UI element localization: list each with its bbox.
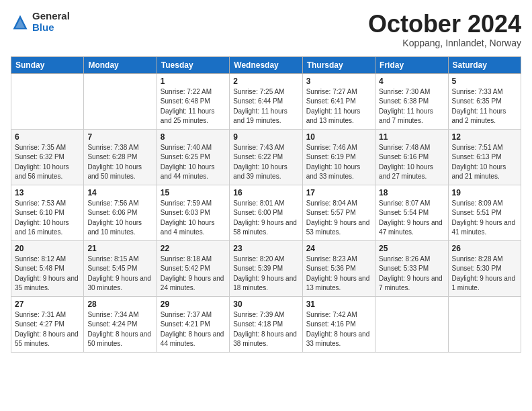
day-info: Sunrise: 7:42 AM Sunset: 4:16 PM Dayligh… xyxy=(306,310,371,349)
logo-blue-text: Blue xyxy=(32,22,70,34)
day-info: Sunrise: 7:53 AM Sunset: 6:10 PM Dayligh… xyxy=(15,199,80,238)
calendar-cell: 3Sunrise: 7:27 AM Sunset: 6:41 PM Daylig… xyxy=(302,73,375,129)
calendar-cell: 10Sunrise: 7:46 AM Sunset: 6:19 PM Dayli… xyxy=(302,129,375,185)
calendar-header: SundayMondayTuesdayWednesdayThursdayFrid… xyxy=(11,56,521,73)
day-number: 27 xyxy=(15,300,80,309)
calendar-cell: 11Sunrise: 7:48 AM Sunset: 6:16 PM Dayli… xyxy=(375,129,448,185)
calendar-cell: 15Sunrise: 7:59 AM Sunset: 6:03 PM Dayli… xyxy=(157,185,229,240)
calendar-cell: 31Sunrise: 7:42 AM Sunset: 4:16 PM Dayli… xyxy=(302,296,375,352)
calendar-cell: 18Sunrise: 8:07 AM Sunset: 5:54 PM Dayli… xyxy=(375,185,448,240)
weekday-row: SundayMondayTuesdayWednesdayThursdayFrid… xyxy=(11,56,521,73)
calendar-cell: 4Sunrise: 7:30 AM Sunset: 6:38 PM Daylig… xyxy=(375,73,448,129)
calendar-cell: 17Sunrise: 8:04 AM Sunset: 5:57 PM Dayli… xyxy=(302,185,375,240)
logo: General Blue xyxy=(11,11,70,33)
day-info: Sunrise: 7:27 AM Sunset: 6:41 PM Dayligh… xyxy=(306,87,371,126)
weekday-header-wednesday: Wednesday xyxy=(230,56,302,73)
day-number: 4 xyxy=(379,77,444,86)
day-number: 23 xyxy=(233,244,298,253)
day-number: 1 xyxy=(161,77,226,86)
day-number: 12 xyxy=(452,132,517,142)
day-info: Sunrise: 7:59 AM Sunset: 6:03 PM Dayligh… xyxy=(161,199,226,238)
day-info: Sunrise: 8:12 AM Sunset: 5:48 PM Dayligh… xyxy=(15,255,80,293)
day-info: Sunrise: 8:28 AM Sunset: 5:30 PM Dayligh… xyxy=(452,255,517,293)
calendar-cell: 5Sunrise: 7:33 AM Sunset: 6:35 PM Daylig… xyxy=(448,73,521,129)
day-info: Sunrise: 8:20 AM Sunset: 5:39 PM Dayligh… xyxy=(233,255,298,293)
day-number: 15 xyxy=(161,188,226,197)
day-info: Sunrise: 7:48 AM Sunset: 6:16 PM Dayligh… xyxy=(379,143,444,182)
day-info: Sunrise: 8:04 AM Sunset: 5:57 PM Dayligh… xyxy=(306,199,371,238)
calendar-week-4: 20Sunrise: 8:12 AM Sunset: 5:48 PM Dayli… xyxy=(11,240,521,296)
calendar-cell xyxy=(84,73,157,129)
day-number: 19 xyxy=(452,188,517,197)
calendar-cell: 21Sunrise: 8:15 AM Sunset: 5:45 PM Dayli… xyxy=(84,240,157,296)
day-number: 17 xyxy=(306,188,371,197)
month-title: October 2024 xyxy=(368,11,521,38)
day-info: Sunrise: 7:39 AM Sunset: 4:18 PM Dayligh… xyxy=(233,310,298,349)
location-text: Koppang, Innlandet, Norway xyxy=(368,38,521,48)
day-number: 24 xyxy=(306,244,371,253)
day-number: 25 xyxy=(379,244,444,253)
calendar-week-1: 1Sunrise: 7:22 AM Sunset: 6:48 PM Daylig… xyxy=(11,73,521,129)
calendar-cell: 23Sunrise: 8:20 AM Sunset: 5:39 PM Dayli… xyxy=(230,240,302,296)
day-number: 31 xyxy=(306,300,371,309)
day-number: 10 xyxy=(306,132,371,142)
day-number: 2 xyxy=(233,77,298,86)
calendar-cell: 8Sunrise: 7:40 AM Sunset: 6:25 PM Daylig… xyxy=(157,129,229,185)
calendar-cell: 13Sunrise: 7:53 AM Sunset: 6:10 PM Dayli… xyxy=(11,185,84,240)
calendar-cell: 27Sunrise: 7:31 AM Sunset: 4:27 PM Dayli… xyxy=(11,296,84,352)
day-number: 26 xyxy=(452,244,517,253)
calendar-table: SundayMondayTuesdayWednesdayThursdayFrid… xyxy=(11,56,521,353)
day-info: Sunrise: 8:07 AM Sunset: 5:54 PM Dayligh… xyxy=(379,199,444,238)
calendar-cell: 9Sunrise: 7:43 AM Sunset: 6:22 PM Daylig… xyxy=(230,129,302,185)
calendar-cell: 22Sunrise: 8:18 AM Sunset: 5:42 PM Dayli… xyxy=(157,240,229,296)
day-info: Sunrise: 7:33 AM Sunset: 6:35 PM Dayligh… xyxy=(452,87,517,126)
day-info: Sunrise: 8:18 AM Sunset: 5:42 PM Dayligh… xyxy=(161,255,226,293)
day-info: Sunrise: 7:56 AM Sunset: 6:06 PM Dayligh… xyxy=(87,199,152,238)
page-header: General Blue October 2024 Koppang, Innla… xyxy=(11,11,521,48)
calendar-cell xyxy=(448,296,521,352)
day-number: 18 xyxy=(379,188,444,197)
day-number: 13 xyxy=(15,188,80,197)
day-number: 16 xyxy=(233,188,298,197)
calendar-body: 1Sunrise: 7:22 AM Sunset: 6:48 PM Daylig… xyxy=(11,73,521,352)
title-block: October 2024 Koppang, Innlandet, Norway xyxy=(368,11,521,48)
calendar-cell: 14Sunrise: 7:56 AM Sunset: 6:06 PM Dayli… xyxy=(84,185,157,240)
day-info: Sunrise: 8:15 AM Sunset: 5:45 PM Dayligh… xyxy=(87,255,152,293)
day-number: 22 xyxy=(161,244,226,253)
day-info: Sunrise: 7:43 AM Sunset: 6:22 PM Dayligh… xyxy=(233,143,298,182)
day-info: Sunrise: 7:46 AM Sunset: 6:19 PM Dayligh… xyxy=(306,143,371,182)
weekday-header-monday: Monday xyxy=(84,56,157,73)
day-number: 8 xyxy=(161,132,226,142)
calendar-week-3: 13Sunrise: 7:53 AM Sunset: 6:10 PM Dayli… xyxy=(11,185,521,240)
day-info: Sunrise: 8:09 AM Sunset: 5:51 PM Dayligh… xyxy=(452,199,517,238)
day-number: 3 xyxy=(306,77,371,86)
day-info: Sunrise: 7:51 AM Sunset: 6:13 PM Dayligh… xyxy=(452,143,517,182)
day-number: 11 xyxy=(379,132,444,142)
day-info: Sunrise: 8:23 AM Sunset: 5:36 PM Dayligh… xyxy=(306,255,371,293)
day-number: 6 xyxy=(15,132,80,142)
day-info: Sunrise: 7:22 AM Sunset: 6:48 PM Dayligh… xyxy=(161,87,226,126)
weekday-header-tuesday: Tuesday xyxy=(157,56,229,73)
day-number: 20 xyxy=(15,244,80,253)
day-info: Sunrise: 7:38 AM Sunset: 6:28 PM Dayligh… xyxy=(87,143,152,182)
day-number: 21 xyxy=(87,244,152,253)
calendar-cell: 24Sunrise: 8:23 AM Sunset: 5:36 PM Dayli… xyxy=(302,240,375,296)
calendar-cell: 20Sunrise: 8:12 AM Sunset: 5:48 PM Dayli… xyxy=(11,240,84,296)
day-info: Sunrise: 7:25 AM Sunset: 6:44 PM Dayligh… xyxy=(233,87,298,126)
calendar-cell: 26Sunrise: 8:28 AM Sunset: 5:30 PM Dayli… xyxy=(448,240,521,296)
calendar-cell: 28Sunrise: 7:34 AM Sunset: 4:24 PM Dayli… xyxy=(84,296,157,352)
day-info: Sunrise: 7:30 AM Sunset: 6:38 PM Dayligh… xyxy=(379,87,444,126)
calendar-week-5: 27Sunrise: 7:31 AM Sunset: 4:27 PM Dayli… xyxy=(11,296,521,352)
day-info: Sunrise: 7:34 AM Sunset: 4:24 PM Dayligh… xyxy=(87,310,152,349)
day-info: Sunrise: 7:40 AM Sunset: 6:25 PM Dayligh… xyxy=(161,143,226,182)
day-number: 9 xyxy=(233,132,298,142)
calendar-week-2: 6Sunrise: 7:35 AM Sunset: 6:32 PM Daylig… xyxy=(11,129,521,185)
day-number: 7 xyxy=(87,132,152,142)
calendar-cell: 30Sunrise: 7:39 AM Sunset: 4:18 PM Dayli… xyxy=(230,296,302,352)
calendar-cell: 7Sunrise: 7:38 AM Sunset: 6:28 PM Daylig… xyxy=(84,129,157,185)
calendar-cell: 2Sunrise: 7:25 AM Sunset: 6:44 PM Daylig… xyxy=(230,73,302,129)
calendar-cell: 16Sunrise: 8:01 AM Sunset: 6:00 PM Dayli… xyxy=(230,185,302,240)
calendar-cell: 29Sunrise: 7:37 AM Sunset: 4:21 PM Dayli… xyxy=(157,296,229,352)
logo-icon xyxy=(11,13,30,32)
calendar-cell xyxy=(375,296,448,352)
